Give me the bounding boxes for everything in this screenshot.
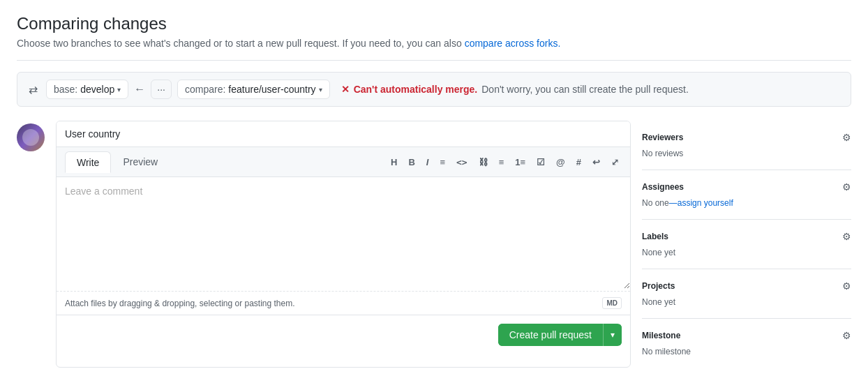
- create-pr-arrow-button[interactable]: ▾: [604, 324, 622, 345]
- compare-chevron-icon: ▾: [319, 86, 322, 93]
- base-branch-select[interactable]: base: develop ▾: [46, 80, 128, 99]
- avatar: [17, 123, 45, 151]
- pr-title-input[interactable]: [57, 121, 630, 147]
- milestone-title: Milestone: [642, 331, 680, 340]
- editor-actions: H B I ≡ <> ⛓ ≡ 1≡ ☑ @ # ↩ ⤢: [388, 156, 622, 169]
- assign-yourself-link[interactable]: —assign yourself: [669, 198, 733, 208]
- comment-textarea[interactable]: [57, 177, 630, 289]
- md-badge: MD: [602, 297, 622, 309]
- task-list-button[interactable]: ☑: [534, 156, 548, 169]
- base-chevron-icon: ▾: [117, 86, 121, 93]
- base-label: base:: [54, 84, 77, 95]
- merge-error-banner: ✕ Can't automatically merge. Don't worry…: [341, 84, 689, 95]
- labels-value: None yet: [642, 248, 851, 257]
- milestone-header: Milestone ⚙: [642, 330, 851, 341]
- projects-header: Projects ⚙: [642, 280, 851, 292]
- bullet-list-button[interactable]: ≡: [496, 156, 507, 169]
- editor-toolbar: Write Preview H B I ≡ <> ⛓ ≡ 1≡ ☑ @ # ↩ …: [57, 147, 630, 177]
- italic-button[interactable]: I: [424, 156, 432, 169]
- assignees-gear-button[interactable]: ⚙: [842, 181, 851, 193]
- sidebar: Reviewers ⚙ No reviews Assignees ⚙ No on…: [642, 121, 851, 368]
- undo-button[interactable]: ↩: [590, 156, 603, 169]
- numbered-list-button[interactable]: 1≡: [512, 156, 528, 169]
- pr-form: Write Preview H B I ≡ <> ⛓ ≡ 1≡ ☑ @ # ↩ …: [56, 121, 631, 368]
- mention-button[interactable]: @: [553, 156, 568, 169]
- compare-forks-link[interactable]: compare across forks.: [465, 38, 561, 49]
- arrow-left-icon: ←: [134, 83, 145, 96]
- reviewers-value: No reviews: [642, 149, 851, 158]
- fullscreen-button[interactable]: ⤢: [608, 156, 622, 169]
- error-icon: ✕: [341, 84, 350, 95]
- tab-preview[interactable]: Preview: [111, 151, 170, 172]
- merge-hint-text: Don't worry, you can still create the pu…: [481, 84, 689, 95]
- branch-bar: ⇄ base: develop ▾ ← ··· compare: feature…: [17, 72, 851, 107]
- sidebar-section-reviewers: Reviewers ⚙ No reviews: [642, 121, 851, 170]
- milestone-value: No milestone: [642, 347, 851, 356]
- bold-button[interactable]: B: [405, 156, 417, 169]
- no-one-text: No one: [642, 198, 669, 208]
- compare-label: compare:: [185, 84, 225, 95]
- quote-button[interactable]: ≡: [437, 156, 448, 169]
- reviewers-gear-button[interactable]: ⚙: [842, 132, 851, 143]
- code-button[interactable]: <>: [454, 156, 470, 169]
- base-branch-value: develop: [80, 84, 114, 95]
- link-button[interactable]: ⛓: [476, 156, 491, 169]
- tab-write[interactable]: Write: [65, 151, 111, 173]
- sidebar-section-labels: Labels ⚙ None yet: [642, 220, 851, 269]
- ref-button[interactable]: #: [574, 156, 584, 169]
- dots-button[interactable]: ···: [151, 80, 172, 99]
- assignees-value: No one—assign yourself: [642, 198, 851, 208]
- compare-branch-value: feature/user-country: [228, 84, 315, 95]
- create-pr-button-group[interactable]: Create pull request ▾: [498, 324, 622, 346]
- heading-button[interactable]: H: [388, 156, 400, 169]
- cant-merge-text: Can't automatically merge.: [354, 84, 478, 95]
- milestone-gear-button[interactable]: ⚙: [842, 330, 851, 341]
- header-divider: [17, 60, 851, 61]
- page-subtitle: Choose two branches to see what's change…: [17, 38, 851, 49]
- projects-gear-button[interactable]: ⚙: [842, 280, 851, 292]
- sync-icon: ⇄: [29, 83, 38, 96]
- page-title: Comparing changes: [17, 14, 851, 33]
- labels-gear-button[interactable]: ⚙: [842, 231, 851, 242]
- projects-value: None yet: [642, 297, 851, 307]
- reviewers-title: Reviewers: [642, 133, 683, 142]
- assignees-title: Assignees: [642, 182, 684, 192]
- editor-tabs: Write Preview: [65, 151, 170, 172]
- create-pr-main-button[interactable]: Create pull request: [498, 324, 603, 346]
- submit-row: Create pull request ▾: [57, 315, 630, 354]
- attach-bar: Attach files by dragging & dropping, sel…: [57, 291, 630, 315]
- sidebar-section-assignees: Assignees ⚙ No one—assign yourself: [642, 170, 851, 220]
- compare-branch-select[interactable]: compare: feature/user-country ▾: [177, 80, 330, 99]
- sidebar-section-milestone: Milestone ⚙ No milestone: [642, 319, 851, 368]
- labels-title: Labels: [642, 232, 668, 241]
- main-content: Write Preview H B I ≡ <> ⛓ ≡ 1≡ ☑ @ # ↩ …: [17, 121, 851, 368]
- projects-title: Projects: [642, 281, 675, 291]
- labels-header: Labels ⚙: [642, 231, 851, 242]
- attach-text: Attach files by dragging & dropping, sel…: [65, 299, 295, 308]
- reviewers-header: Reviewers ⚙: [642, 132, 851, 143]
- sidebar-section-projects: Projects ⚙ None yet: [642, 269, 851, 319]
- assignees-header: Assignees ⚙: [642, 181, 851, 193]
